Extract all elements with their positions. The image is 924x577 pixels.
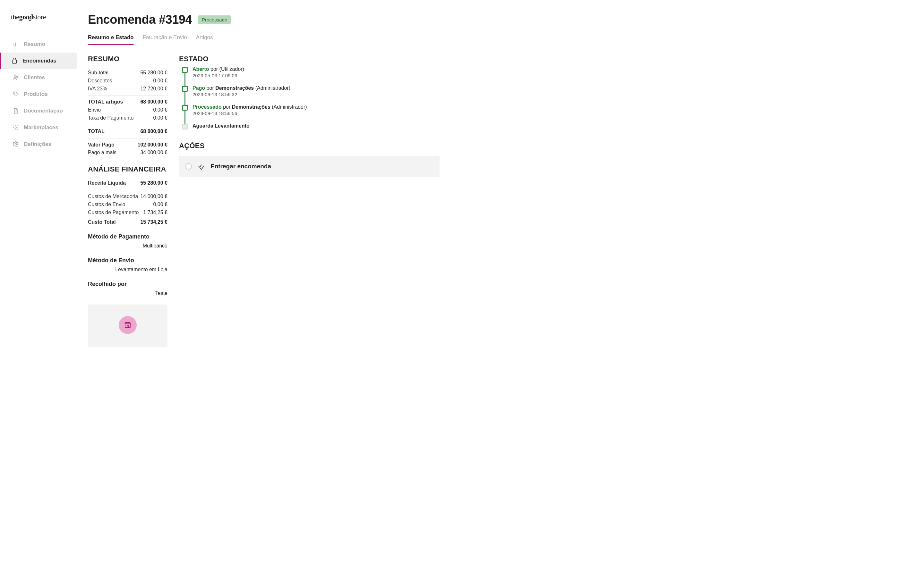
file-icon (12, 107, 19, 114)
timeline-title: Aberto por (Utilizador) (192, 66, 439, 72)
store-card (88, 305, 168, 347)
status-badge: Processado (198, 15, 231, 24)
svg-text:thegoodstore: thegoodstore (11, 13, 46, 21)
state-done-icon (182, 67, 188, 73)
gear-icon (12, 141, 19, 148)
timeline-item: Aguarda Levantamento (179, 123, 439, 129)
state-timeline: Aberto por (Utilizador)2023-05-03 17:09:… (179, 66, 439, 129)
main-content: Encomenda #3194 Processado Resumo e Esta… (80, 0, 459, 577)
sidebar-item-label: Definições (24, 141, 51, 147)
overpaid-value: 34 000,00 € (140, 149, 168, 157)
timeline-item: Pago por Demonstrações (Administrador)20… (179, 85, 439, 97)
tab-2[interactable]: Artigos (196, 34, 213, 45)
kv-value: 0,00 € (153, 106, 168, 114)
total-articles-value: 68 000,00 € (140, 98, 168, 106)
state-pending-icon (182, 124, 188, 129)
receita-label: Receita Líquida (88, 179, 126, 187)
recolhido-heading: Recolhido por (88, 281, 168, 287)
state-done-icon (182, 86, 188, 92)
kv-row: Custos de Envio0,00 € (88, 201, 168, 209)
bar-chart-icon (12, 41, 19, 48)
timeline-item: Aberto por (Utilizador)2023-05-03 17:09:… (179, 66, 439, 78)
sidebar-item-label: Marketplaces (24, 124, 58, 131)
acoes-title: AÇÕES (179, 142, 439, 150)
sidebar-item-encomendas[interactable]: Encomendas (0, 53, 77, 69)
tab-0[interactable]: Resumo e Estado (88, 34, 134, 45)
sidebar-item-label: Clientes (24, 74, 45, 81)
sidebar-item-resumo[interactable]: Resumo (0, 36, 80, 53)
sidebar-item-produtos[interactable]: Produtos (0, 86, 80, 103)
svg-point-6 (15, 143, 17, 145)
deliver-label: Entregar encomenda (210, 163, 271, 170)
timeline-title: Pago por Demonstrações (Administrador) (192, 85, 439, 91)
store-icon (119, 316, 137, 334)
svg-point-4 (15, 93, 15, 93)
svg-point-2 (14, 76, 16, 77)
kv-label: Custos de Pagamento (88, 209, 139, 217)
sidebar: thegoodstore ResumoEncomendasClientesPro… (0, 0, 80, 577)
tag-icon (12, 91, 19, 98)
svg-point-5 (15, 127, 17, 129)
tab-1[interactable]: Faturação e Envio (143, 34, 187, 45)
total-label: TOTAL (88, 127, 105, 135)
kv-value: 0,00 € (153, 201, 168, 209)
svg-rect-1 (12, 60, 16, 63)
pagamento-heading: Método de Pagamento (88, 234, 168, 240)
kv-label: Envio (88, 106, 101, 114)
timeline-connector (184, 73, 186, 86)
total-value: 68 000,00 € (140, 127, 168, 135)
analise-title: ANÁLISE FINANCEIRA (88, 165, 168, 173)
receita-value: 55 280,00 € (140, 179, 168, 187)
paid-value: 102 000,00 € (137, 141, 168, 149)
state-done-icon (182, 105, 188, 111)
kv-row: IVA 23%12 720,00 € (88, 85, 168, 93)
sidebar-item-documentacao[interactable]: Documentação (0, 103, 80, 119)
resumo-title: RESUMO (88, 55, 168, 63)
sidebar-nav: ResumoEncomendasClientesProdutosDocument… (0, 36, 80, 153)
kv-row: Custos de Pagamento1 734,25 € (88, 209, 168, 217)
pagamento-value: Multibanco (143, 242, 168, 250)
sidebar-item-marketplaces[interactable]: Marketplaces (0, 119, 80, 136)
gear-alt-icon (12, 124, 19, 131)
kv-value: 0,00 € (153, 114, 168, 122)
sidebar-item-label: Documentação (24, 108, 63, 114)
paid-label: Valor Pago (88, 141, 115, 149)
kv-label: Custos de Envio (88, 201, 126, 209)
summary-column: RESUMO Sub-total55 280,00 €Descontos0,00… (88, 55, 168, 347)
custo-total-label: Custo Total (88, 218, 116, 226)
kv-label: Custos de Mercadoria (88, 193, 138, 201)
recolhido-value: Teste (155, 290, 168, 298)
kv-label: IVA 23% (88, 85, 107, 93)
timeline-timestamp: 2023-09-13 18:56:56 (192, 111, 439, 116)
kv-row: Taxa de Pagamento0,00 € (88, 114, 168, 122)
estado-title: ESTADO (179, 55, 439, 63)
timeline-connector (184, 92, 186, 105)
kv-row: Descontos0,00 € (88, 77, 168, 85)
kv-value: 14 000,00 € (140, 193, 168, 201)
svg-point-3 (16, 76, 18, 77)
checklist-icon (198, 163, 205, 170)
kv-value: 55 280,00 € (140, 69, 168, 77)
timeline-item: Processado por Demonstrações (Administra… (179, 104, 439, 116)
timeline-title: Aguarda Levantamento (192, 123, 439, 129)
package-icon (11, 57, 18, 64)
tabs: Resumo e EstadoFaturação e EnvioArtigos (88, 34, 439, 45)
total-articles-label: TOTAL artigos (88, 98, 123, 106)
deliver-order-action[interactable]: Entregar encomenda (179, 156, 439, 177)
sidebar-item-clientes[interactable]: Clientes (0, 69, 80, 86)
sidebar-item-label: Produtos (24, 91, 48, 97)
kv-row: Custos de Mercadoria14 000,00 € (88, 193, 168, 201)
brand-logo: thegoodstore (0, 12, 80, 36)
sidebar-item-label: Encomendas (23, 58, 57, 64)
svg-rect-7 (125, 324, 130, 327)
timeline-title: Processado por Demonstrações (Administra… (192, 104, 439, 110)
state-column: ESTADO Aberto por (Utilizador)2023-05-03… (179, 55, 439, 177)
svg-rect-8 (127, 326, 128, 327)
page-title: Encomenda #3194 (88, 13, 192, 27)
sidebar-item-label: Resumo (24, 41, 45, 47)
timeline-connector (184, 111, 186, 124)
custo-total-value: 15 734,25 € (140, 218, 168, 226)
radio-indicator[interactable] (186, 163, 192, 169)
envio-value: Levantamento em Loja (115, 266, 168, 274)
sidebar-item-definicoes[interactable]: Definições (0, 136, 80, 153)
